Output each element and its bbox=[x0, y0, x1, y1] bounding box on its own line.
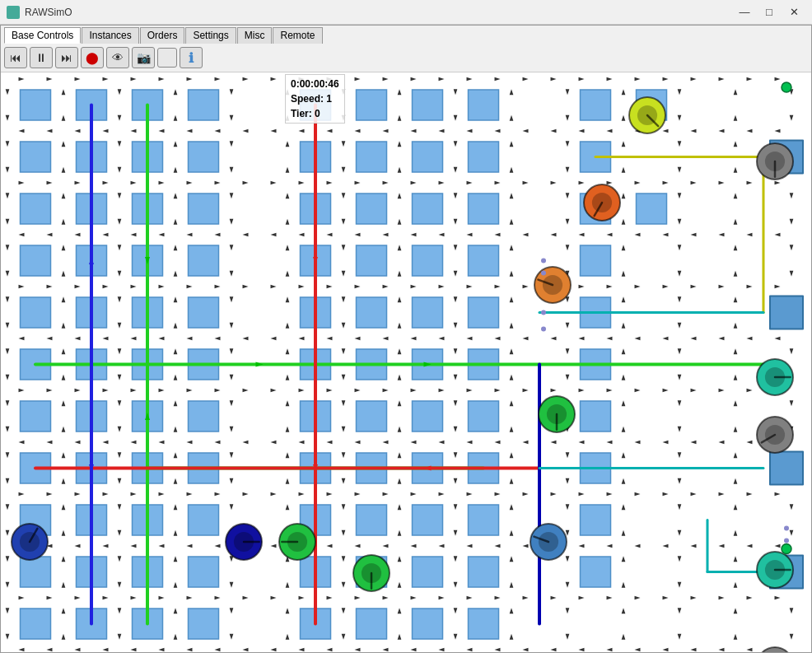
tab-misc[interactable]: Misc bbox=[237, 27, 273, 44]
color-swatch bbox=[157, 48, 177, 68]
tab-orders[interactable]: Orders bbox=[140, 27, 185, 44]
camera-button[interactable]: 📷 bbox=[132, 47, 155, 68]
tab-settings[interactable]: Settings bbox=[185, 27, 236, 44]
simulation-area: 0:00:00:46 Speed: 1 Tier: 0 bbox=[1, 72, 811, 652]
timer-time: 0:00:00:46 bbox=[291, 77, 339, 91]
tab-remote[interactable]: Remote bbox=[273, 27, 322, 44]
tab-base-controls[interactable]: Base Controls bbox=[4, 27, 81, 44]
title-bar: RAWSimO — □ ✕ bbox=[0, 0, 812, 25]
maximize-button[interactable]: □ bbox=[758, 4, 781, 21]
stop-button[interactable]: ⬤ bbox=[81, 47, 104, 68]
app-icon bbox=[7, 6, 20, 19]
sim-canvas bbox=[1, 72, 811, 652]
timer-speed: Speed: 1 bbox=[291, 91, 339, 106]
tab-row: Base Controls Instances Orders Settings … bbox=[4, 27, 808, 44]
pause-button[interactable]: ⏸ bbox=[30, 47, 53, 68]
minimize-button[interactable]: — bbox=[733, 4, 756, 21]
main-window: Base Controls Instances Orders Settings … bbox=[0, 25, 812, 653]
window-controls: — □ ✕ bbox=[733, 4, 805, 21]
close-button[interactable]: ✕ bbox=[782, 4, 805, 21]
info-button[interactable]: ℹ bbox=[180, 47, 203, 68]
tab-instances[interactable]: Instances bbox=[82, 27, 138, 44]
toolbar-area: Base Controls Instances Orders Settings … bbox=[1, 26, 811, 72]
timer-box: 0:00:00:46 Speed: 1 Tier: 0 bbox=[285, 74, 345, 124]
forward-button[interactable]: ⏭ bbox=[55, 47, 78, 68]
rewind-button[interactable]: ⏮ bbox=[4, 47, 27, 68]
eye-button[interactable]: 👁 bbox=[106, 47, 129, 68]
timer-tier: Tier: 0 bbox=[291, 106, 339, 121]
app-title: RAWSimO bbox=[25, 7, 733, 18]
button-row: ⏮ ⏸ ⏭ ⬤ 👁 📷 ℹ bbox=[4, 45, 808, 70]
